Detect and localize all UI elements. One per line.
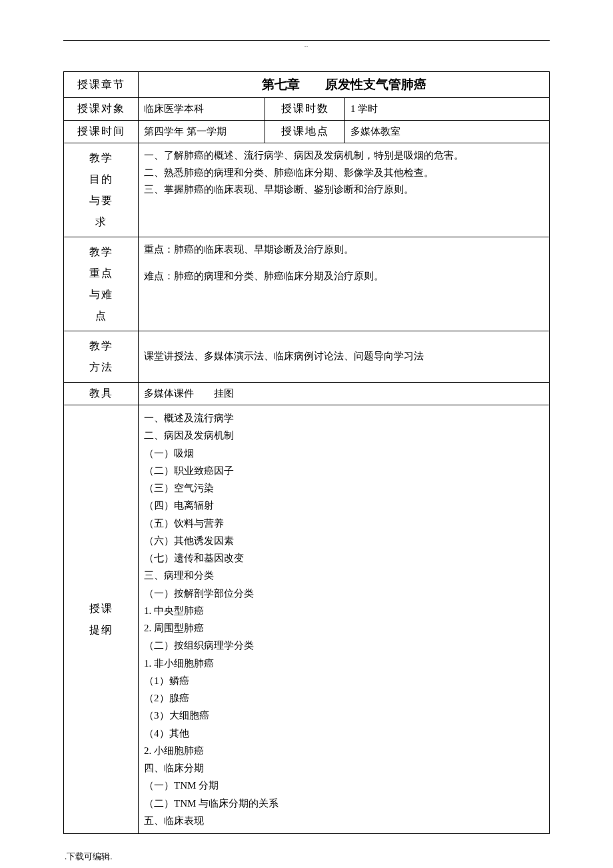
row-tools: 教具 多媒体课件 挂图 — [64, 383, 550, 405]
lesson-plan-table: 授课章节 第七章 原发性支气管肺癌 授课对象 临床医学本科 授课时数 1 学时 … — [63, 71, 550, 834]
label-objectives-line: 教学 — [69, 147, 133, 169]
keypoints-content: 重点：肺癌的临床表现、早期诊断及治疗原则。 难点：肺癌的病理和分类、肺癌临床分期… — [139, 237, 550, 331]
outline-item: （一）按解剖学部位分类 — [144, 585, 544, 602]
outline-item: （4）其他 — [144, 725, 544, 742]
row-outline: 授课 提纲 一、概述及流行病学 二、病因及发病机制 （一）吸烟 （二）职业致癌因… — [64, 405, 550, 834]
outline-item: （二）按组织病理学分类 — [144, 637, 544, 654]
outline-item: 2. 小细胞肺癌 — [144, 742, 544, 759]
label-objectives-line: 目的 — [69, 169, 133, 190]
label-keypoints-line: 教学 — [69, 241, 133, 263]
outline-item: （一）TNM 分期 — [144, 777, 544, 794]
outline-item: 1. 非小细胞肺癌 — [144, 655, 544, 672]
row-keypoints: 教学 重点 与难 点 重点：肺癌的临床表现、早期诊断及治疗原则。 难点：肺癌的病… — [64, 237, 550, 331]
outline-item: 一、概述及流行病学 — [144, 409, 544, 427]
tools-content: 多媒体课件 挂图 — [139, 383, 550, 405]
outline-item: （1）鳞癌 — [144, 672, 544, 689]
outline-item: （七）遗传和基因改变 — [144, 549, 544, 567]
objectives-item: 二、熟悉肺癌的病理和分类、肺癌临床分期、影像学及其他检查。 — [144, 165, 544, 182]
objectives-item: 一、了解肺癌的概述、流行病学、病因及发病机制，特别是吸烟的危害。 — [144, 147, 544, 165]
outline-item: （二）职业致癌因子 — [144, 462, 544, 479]
methods-content: 课堂讲授法、多媒体演示法、临床病例讨论法、问题导向学习法 — [139, 331, 550, 383]
value-hours: 1 学时 — [345, 98, 550, 121]
outline-item: 1. 中央型肺癌 — [144, 602, 544, 619]
label-objectives: 教学 目的 与要 求 — [64, 143, 139, 237]
row-chapter: 授课章节 第七章 原发性支气管肺癌 — [64, 72, 550, 98]
outline-item: （二）TNM 与临床分期的关系 — [144, 795, 544, 812]
outline-item: （2）腺癌 — [144, 689, 544, 707]
label-keypoints-line: 点 — [69, 305, 133, 327]
row-time: 授课时间 第四学年 第一学期 授课地点 多媒体教室 — [64, 121, 550, 143]
label-objectives-line: 求 — [69, 211, 133, 233]
row-audience: 授课对象 临床医学本科 授课时数 1 学时 — [64, 98, 550, 121]
footer-note: .下载可编辑. — [65, 851, 550, 863]
label-methods-line: 方法 — [69, 357, 133, 378]
row-objectives: 教学 目的 与要 求 一、了解肺癌的概述、流行病学、病因及发病机制，特别是吸烟的… — [64, 143, 550, 237]
objectives-item: 三、掌握肺癌的临床表现、早期诊断、鉴别诊断和治疗原则。 — [144, 181, 544, 199]
label-keypoints-line: 与难 — [69, 284, 133, 305]
outline-item: （一）吸烟 — [144, 445, 544, 462]
outline-item: （三）空气污染 — [144, 479, 544, 497]
label-location: 授课地点 — [265, 121, 345, 143]
chapter-title: 第七章 原发性支气管肺癌 — [139, 72, 550, 98]
row-methods: 教学 方法 课堂讲授法、多媒体演示法、临床病例讨论法、问题导向学习法 — [64, 331, 550, 383]
value-audience: 临床医学本科 — [139, 98, 265, 121]
keypoints-difficult: 难点：肺癌的病理和分类、肺癌临床分期及治疗原则。 — [144, 268, 544, 285]
label-chapter: 授课章节 — [64, 72, 139, 98]
outline-item: （五）饮料与营养 — [144, 515, 544, 532]
outline-item: （3）大细胞癌 — [144, 707, 544, 724]
objectives-content: 一、了解肺癌的概述、流行病学、病因及发病机制，特别是吸烟的危害。 二、熟悉肺癌的… — [139, 143, 550, 237]
label-tools: 教具 — [64, 383, 139, 405]
outline-item: （六）其他诱发因素 — [144, 532, 544, 549]
label-outline: 授课 提纲 — [64, 405, 139, 834]
label-methods-line: 教学 — [69, 335, 133, 357]
label-outline-line: 授课 — [69, 598, 133, 619]
outline-item: （四）电离辐射 — [144, 497, 544, 514]
keypoints-key: 重点：肺癌的临床表现、早期诊断及治疗原则。 — [144, 241, 544, 259]
label-objectives-line: 与要 — [69, 190, 133, 211]
header-dots: .. — [63, 42, 550, 48]
outline-content: 一、概述及流行病学 二、病因及发病机制 （一）吸烟 （二）职业致癌因子 （三）空… — [139, 405, 550, 834]
outline-item: 2. 周围型肺癌 — [144, 619, 544, 637]
header-rule — [63, 40, 550, 41]
value-location: 多媒体教室 — [345, 121, 550, 143]
label-keypoints-line: 重点 — [69, 263, 133, 284]
label-outline-line: 提纲 — [69, 619, 133, 641]
label-methods: 教学 方法 — [64, 331, 139, 383]
outline-item: 二、病因及发病机制 — [144, 427, 544, 444]
outline-item: 四、临床分期 — [144, 759, 544, 777]
outline-item: 五、临床表现 — [144, 812, 544, 829]
value-time: 第四学年 第一学期 — [139, 121, 265, 143]
outline-item: 三、病理和分类 — [144, 567, 544, 584]
label-hours: 授课时数 — [265, 98, 345, 121]
label-keypoints: 教学 重点 与难 点 — [64, 237, 139, 331]
label-time: 授课时间 — [64, 121, 139, 143]
label-audience: 授课对象 — [64, 98, 139, 121]
